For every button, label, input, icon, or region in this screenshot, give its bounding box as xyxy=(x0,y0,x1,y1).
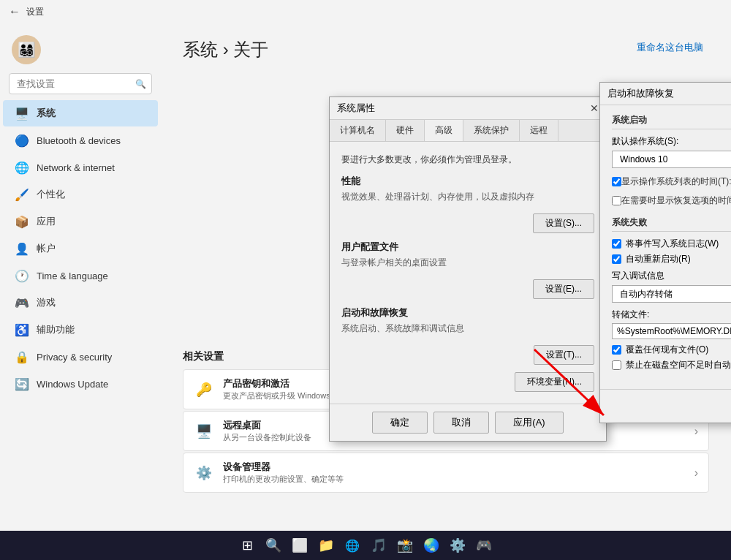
sidebar-icon-time: 🕐 xyxy=(15,268,29,283)
sidebar-icon-system: 🖥️ xyxy=(15,106,29,121)
sidebar-label-apps: 应用 xyxy=(37,215,56,228)
sysprop-apply-btn[interactable]: 应用(A) xyxy=(495,412,563,434)
sidebar-item-update[interactable]: 🔄Windows Update xyxy=(3,371,158,397)
sidebar-label-personalize: 个性化 xyxy=(37,188,65,201)
related-title-2: 设备管理器 xyxy=(223,461,344,474)
sidebar-nav: 🖥️系统🔵Bluetooth & devices🌐Network & inter… xyxy=(0,100,161,397)
related-text-0: 产品密钥和激活 更改产品密钥或升级 Windows xyxy=(223,377,330,401)
show-recovery-row: 在需要时显示恢复选项的时间(D): 秒 xyxy=(612,193,731,208)
taskbar-spotify[interactable]: 🎵 xyxy=(368,534,390,556)
sidebar-item-gaming[interactable]: 🎮游戏 xyxy=(3,290,158,316)
sidebar-item-personalize[interactable]: 🖌️个性化 xyxy=(3,181,158,208)
sidebar-icon-network: 🌐 xyxy=(15,160,29,175)
userprofile-btn-row: 设置(E)... xyxy=(341,279,594,299)
perf-settings-btn[interactable]: 设置(S)... xyxy=(533,213,594,233)
related-text-1: 远程桌面 从另一台设备控制此设备 xyxy=(223,419,311,443)
auto-restart-checkbox[interactable] xyxy=(612,254,621,264)
related-desc-2: 打印机的更改功能设置、确定等等 xyxy=(223,474,344,485)
taskbar-settings[interactable]: ⚙️ xyxy=(447,534,469,556)
related-icon-1: 🖥️ xyxy=(194,421,214,442)
disable-low-disk-checkbox[interactable] xyxy=(612,360,621,370)
sidebar-item-network[interactable]: 🌐Network & internet xyxy=(3,154,158,181)
write-event-checkbox[interactable] xyxy=(612,239,621,249)
sidebar-item-bluetooth[interactable]: 🔵Bluetooth & devices xyxy=(3,127,158,154)
sidebar-item-time[interactable]: 🕐Time & language xyxy=(3,262,158,289)
startup-dialog[interactable]: 启动和故障恢复 ✕ 系统启动 默认操作系统(S): Windows 10 显示操… xyxy=(599,82,731,423)
sys-startup-label: 系统启动 xyxy=(612,114,731,129)
sidebar-item-system[interactable]: 🖥️系统 xyxy=(3,100,158,126)
related-arrow-1: › xyxy=(694,425,698,438)
sidebar-label-system: 系统 xyxy=(37,107,56,120)
related-item-2[interactable]: ⚙️ 设备管理器 打印机的更改功能设置、确定等等 › xyxy=(183,453,709,493)
taskbar-start[interactable]: ⊞ xyxy=(236,534,258,556)
dump-file-input[interactable] xyxy=(612,323,731,339)
taskbar-browser2[interactable]: 🌏 xyxy=(420,534,442,556)
related-icon-0: 🔑 xyxy=(194,379,214,400)
sidebar-item-privacy[interactable]: 🔒Privacy & security xyxy=(3,344,158,370)
userprofile-desc: 与登录帐户相关的桌面设置 xyxy=(341,257,594,269)
sidebar-item-accessibility[interactable]: ♿辅助功能 xyxy=(3,317,158,343)
sidebar-icon-apps: 📦 xyxy=(15,214,29,229)
sysprop-ok-btn[interactable]: 确定 xyxy=(372,412,428,434)
write-event-row: 将事件写入系统日志(W) xyxy=(612,238,731,250)
content-area: 系统 › 关于 重命名这台电脑 相关设置 🔑 产品密钥和激活 更改产品密钥或升级… xyxy=(161,23,731,531)
sidebar-label-accessibility: 辅助功能 xyxy=(37,323,75,336)
search-container: 🔍 xyxy=(9,73,152,94)
show-list-checkbox[interactable] xyxy=(612,177,621,186)
tab-remote[interactable]: 远程 xyxy=(520,120,558,141)
sidebar-item-accounts[interactable]: 👤帐户 xyxy=(3,235,158,262)
sysprop-titlebar: 系统属性 ✕ xyxy=(330,97,606,120)
tab-hardware[interactable]: 硬件 xyxy=(386,120,425,141)
env-btn-row: 环境变量(N)... xyxy=(341,372,594,392)
show-recovery-checkbox[interactable] xyxy=(612,196,621,205)
search-icon: 🔍 xyxy=(135,79,146,89)
sidebar-icon-gaming: 🎮 xyxy=(15,295,29,310)
related-title-0: 产品密钥和激活 xyxy=(223,377,330,390)
title-bar: ← 设置 xyxy=(0,0,731,23)
taskbar-edge[interactable]: 🌐 xyxy=(341,534,363,556)
sidebar-icon-personalize: 🖌️ xyxy=(15,187,29,202)
page-header: 系统 › 关于 重命名这台电脑 xyxy=(183,38,709,61)
sidebar-label-bluetooth: Bluetooth & devices xyxy=(37,135,121,146)
tab-advanced[interactable]: 高级 xyxy=(425,120,463,141)
tab-computername[interactable]: 计算机名 xyxy=(330,120,386,141)
debug-option-select[interactable]: 自动内存转储 xyxy=(612,285,731,303)
dump-file-label: 转储文件: xyxy=(612,309,731,321)
search-input[interactable] xyxy=(9,73,152,94)
default-os-select[interactable]: Windows 10 xyxy=(612,151,731,168)
env-vars-btn[interactable]: 环境变量(N)... xyxy=(515,372,594,392)
show-list-label: 显示操作系统列表的时间(T): xyxy=(621,175,731,188)
disable-low-disk-row: 禁止在磁盘空间不足时自动删除内存转储(A) xyxy=(612,359,731,371)
write-event-label: 将事件写入系统日志(W) xyxy=(626,238,719,250)
perf-title: 性能 xyxy=(341,175,594,188)
startup-btn-row: 设置(T)... xyxy=(341,345,594,365)
sysprop-cancel-btn[interactable]: 取消 xyxy=(433,412,489,434)
disable-low-disk-label: 禁止在磁盘空间不足时自动删除内存转储(A) xyxy=(626,359,731,371)
related-text-2: 设备管理器 打印机的更改功能设置、确定等等 xyxy=(223,461,344,485)
sidebar-label-time: Time & language xyxy=(37,270,108,281)
taskbar-search[interactable]: 🔍 xyxy=(262,534,284,556)
taskbar-game[interactable]: 🎮 xyxy=(473,534,495,556)
sysprop-body: 要进行大多数更改，你必须作为管理员登录。 性能 视觉效果、处理器计划、内存使用，… xyxy=(330,142,606,404)
system-failure-group: 系统失败 将事件写入系统日志(W) 自动重新启动(R) 写入调试信息 自动内存转… xyxy=(612,216,731,371)
startup-settings-btn[interactable]: 设置(T)... xyxy=(534,345,594,365)
overwrite-checkbox[interactable] xyxy=(612,345,621,355)
startup-desc: 系统启动、系统故障和调试信息 xyxy=(341,322,594,335)
sidebar-icon-accessibility: ♿ xyxy=(15,322,29,337)
sidebar-label-update: Windows Update xyxy=(37,379,108,390)
taskbar-explorer[interactable]: 📁 xyxy=(315,534,337,556)
tab-sysprotect[interactable]: 系统保护 xyxy=(463,120,520,141)
rename-button[interactable]: 重命名这台电脑 xyxy=(631,38,709,57)
overwrite-label: 覆盖任何现有文件(O) xyxy=(626,344,708,356)
overwrite-row: 覆盖任何现有文件(O) xyxy=(612,344,731,356)
taskbar-camera[interactable]: 📸 xyxy=(394,534,416,556)
taskbar-taskview[interactable]: ⬜ xyxy=(289,534,311,556)
sidebar-label-gaming: 游戏 xyxy=(37,296,56,309)
userprofile-settings-btn[interactable]: 设置(E)... xyxy=(533,279,594,299)
sidebar-item-apps[interactable]: 📦应用 xyxy=(3,208,158,235)
sidebar-icon-accounts: 👤 xyxy=(15,241,29,256)
sidebar-icon-bluetooth: 🔵 xyxy=(15,133,29,148)
back-icon[interactable]: ← xyxy=(9,5,20,18)
sysprop-dialog[interactable]: 系统属性 ✕ 计算机名 硬件 高级 系统保护 远程 要进行大多数更改，你必须作为… xyxy=(329,97,607,442)
sysprop-close-btn[interactable]: ✕ xyxy=(590,102,599,114)
